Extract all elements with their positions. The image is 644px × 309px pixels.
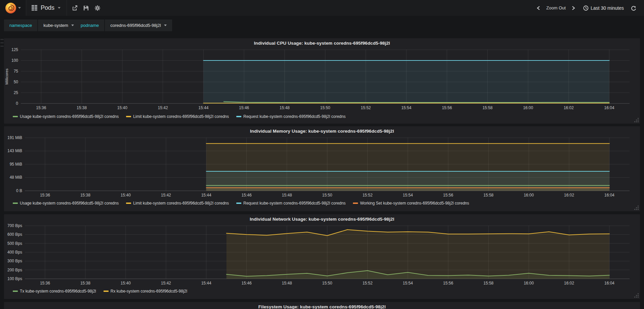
x-tick-label: 15:42 — [161, 281, 171, 285]
time-range-picker[interactable]: Last 30 minutes — [580, 5, 627, 11]
legend-series-name: Usage kube-system coredns-695f96dcd5-98j… — [20, 201, 119, 206]
variable-namespace-dropdown[interactable]: kube-system — [38, 19, 79, 31]
y-tick-label: 400 Bps — [7, 250, 22, 255]
x-tick-label: 15:36 — [40, 281, 50, 285]
x-tick-label: 15:46 — [242, 281, 252, 285]
x-tick-label: 15:42 — [158, 105, 168, 110]
y-tick-label: 143 MiB — [7, 148, 22, 153]
y-tick-label: 0 B — [16, 188, 22, 193]
panel-resize-handle[interactable] — [635, 206, 639, 210]
x-tick-label: 15:38 — [80, 281, 90, 285]
x-tick-label: 16:04 — [604, 105, 614, 110]
x-tick-label: 15:52 — [362, 281, 372, 285]
legend-series-color — [13, 116, 18, 117]
legend-series-name: Rx kube-system coredns-695f96dcd5-98j2l — [111, 289, 187, 294]
x-tick-label: 15:58 — [483, 281, 493, 285]
y-tick-label: 95 MiB — [10, 162, 22, 167]
share-button[interactable] — [69, 0, 80, 16]
legend-item[interactable]: Limit kube-system coredns-695f96dcd5-98j… — [126, 114, 229, 119]
x-tick-label: 15:44 — [201, 281, 211, 285]
navbar: Pods Zoom Out — [0, 0, 644, 16]
legend-series-color — [236, 116, 241, 117]
graph-canvas[interactable]: 0 B48 MiB95 MiB143 MiB191 MiB15:3615:381… — [4, 126, 640, 211]
y-tick-label: 300 Bps — [7, 259, 22, 263]
y-tick-label: 125 — [11, 47, 18, 52]
time-forward-button[interactable] — [568, 0, 579, 16]
variable-podname: podname coredns-695f96dcd5-98j2l — [75, 19, 172, 31]
settings-button[interactable] — [92, 0, 103, 16]
legend-item[interactable]: Working Set kube-system coredns-695f96dc… — [353, 201, 469, 206]
zoom-out-button[interactable]: Zoom Out — [545, 5, 567, 10]
x-tick-label: 16:04 — [604, 193, 614, 197]
x-tick-label: 16:00 — [524, 281, 534, 285]
legend-item[interactable]: Request kube-system coredns-695f96dcd5-9… — [236, 201, 346, 206]
panel-filesystem-usage: Filesystem Usage: kube-system coredns-69… — [4, 302, 640, 309]
panel-cpu-usage: Individual CPU Usage: kube-system coredn… — [4, 38, 640, 124]
y-tick-label: 48 MiB — [10, 175, 22, 180]
dashboard-grid-icon — [32, 5, 37, 11]
panel-resize-handle[interactable] — [635, 118, 639, 122]
legend-series-name: Request kube-system coredns-695f96dcd5-9… — [243, 114, 346, 119]
y-tick-label: 50 — [14, 80, 18, 84]
x-tick-label: 15:46 — [239, 105, 249, 110]
legend-item[interactable]: Rx kube-system coredns-695f96dcd5-98j2l — [104, 289, 187, 294]
variable-namespace: namespace kube-system — [4, 19, 79, 31]
time-range-label: Last 30 minutes — [591, 5, 624, 11]
y-tick-label: 191 MiB — [7, 135, 22, 140]
graph-legend: Usage kube-system coredns-695f96dcd5-98j… — [13, 201, 469, 206]
graph-canvas[interactable]: 100 Bps200 Bps300 Bps400 Bps500 Bps600 B… — [4, 214, 640, 299]
panel-title[interactable]: Filesystem Usage: kube-system coredns-69… — [4, 302, 640, 309]
legend-item[interactable]: Limit kube-system coredns-695f96dcd5-98j… — [126, 201, 229, 206]
x-tick-label: 15:54 — [403, 281, 413, 285]
grafana-menu-button[interactable] — [0, 0, 26, 16]
panel-resize-handle[interactable] — [635, 294, 639, 298]
x-tick-label: 15:58 — [482, 105, 492, 110]
graph-canvas[interactable]: 025507510012515:3615:3815:4015:4215:4415… — [4, 38, 640, 124]
legend-item[interactable]: Request kube-system coredns-695f96dcd5-9… — [236, 114, 346, 119]
legend-series-color — [353, 203, 358, 204]
x-tick-label: 15:38 — [80, 193, 90, 197]
x-tick-label: 15:56 — [443, 193, 453, 197]
graph-legend: Usage kube-system coredns-695f96dcd5-98j… — [13, 114, 346, 119]
legend-item[interactable]: Usage kube-system coredns-695f96dcd5-98j… — [13, 114, 119, 119]
x-tick-label: 15:50 — [322, 193, 332, 197]
legend-series-name: Limit kube-system coredns-695f96dcd5-98j… — [133, 114, 229, 119]
dashboard-picker[interactable]: Pods — [26, 0, 67, 16]
legend-series-name: Tx kube-system coredns-695f96dcd5-98j2l — [20, 289, 96, 294]
x-tick-label: 15:48 — [282, 281, 292, 285]
panel-drag-handle[interactable] — [1, 39, 4, 48]
gear-icon — [94, 5, 100, 11]
legend-series-color — [104, 291, 109, 292]
grafana-logo-icon — [5, 3, 16, 13]
x-tick-label: 16:04 — [604, 281, 614, 285]
legend-series-color — [126, 203, 131, 204]
dashboard-title: Pods — [41, 4, 54, 11]
y-tick-label: 500 Bps — [7, 241, 22, 246]
variable-podname-dropdown[interactable]: coredns-695f96dcd5-98j2l — [105, 19, 172, 31]
variable-namespace-label: namespace — [4, 19, 37, 31]
caret-down-icon — [164, 25, 167, 26]
x-tick-label: 15:48 — [280, 105, 290, 110]
legend-item[interactable]: Usage kube-system coredns-695f96dcd5-98j… — [13, 201, 119, 206]
x-tick-label: 16:00 — [523, 105, 533, 110]
legend-series-name: Usage kube-system coredns-695f96dcd5-98j… — [20, 114, 119, 119]
x-tick-label: 16:00 — [524, 193, 534, 197]
legend-series-name: Request kube-system coredns-695f96dcd5-9… — [243, 201, 346, 206]
share-icon — [72, 5, 78, 11]
refresh-button[interactable] — [628, 0, 639, 16]
dashboard-submenu: namespace kube-system podname coredns-69… — [0, 16, 644, 36]
save-button[interactable] — [80, 0, 92, 16]
legend-series-color — [13, 291, 18, 292]
x-tick-label: 15:44 — [198, 105, 208, 110]
caret-down-icon — [71, 25, 74, 26]
x-tick-label: 15:54 — [403, 193, 413, 197]
legend-item[interactable]: Tx kube-system coredns-695f96dcd5-98j2l — [13, 289, 96, 294]
time-back-button[interactable] — [533, 0, 544, 16]
x-tick-label: 15:56 — [443, 281, 453, 285]
legend-series-name: Working Set kube-system coredns-695f96dc… — [360, 201, 469, 206]
x-tick-label: 16:02 — [564, 193, 574, 197]
x-tick-label: 15:46 — [242, 193, 252, 197]
clock-icon — [583, 5, 589, 11]
y-tick-label: 200 Bps — [7, 268, 22, 272]
y-tick-label: 25 — [14, 90, 18, 95]
